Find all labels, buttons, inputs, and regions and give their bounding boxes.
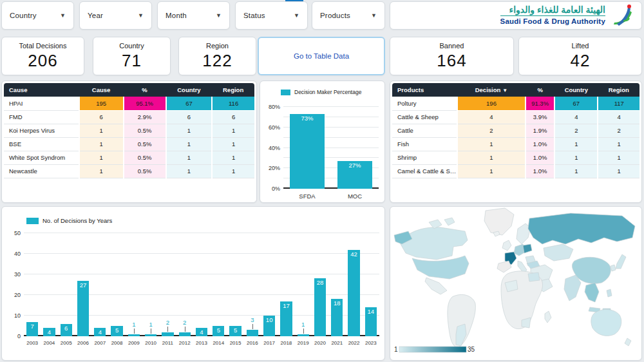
table-cell[interactable]: 1.0% [526, 151, 554, 164]
table-row[interactable]: Cattle & Sheep43.9%44 [392, 110, 639, 124]
table-cell[interactable]: 1.0% [526, 137, 554, 151]
table-cell[interactable]: Newcastle [4, 164, 79, 178]
table-row[interactable]: Poltury19691.3%67117 [392, 97, 639, 110]
filter-status[interactable]: Status ▼ [235, 1, 308, 30]
bar[interactable] [247, 330, 258, 336]
table-row[interactable]: Cattle21.9%22 [392, 124, 639, 137]
table-cell[interactable]: 0.5% [124, 124, 166, 137]
map-region-canada[interactable] [401, 227, 468, 260]
cause-table-header[interactable]: CauseCause%CountryRegion [4, 83, 254, 97]
table-cell[interactable]: 6 [166, 110, 213, 124]
table-cell[interactable]: 195 [79, 97, 124, 110]
bar[interactable]: 4 [43, 328, 55, 336]
table-cell[interactable]: BSE [4, 137, 79, 151]
bar[interactable]: 14 [365, 307, 377, 336]
table-cell[interactable]: 6 [212, 110, 254, 124]
table-cell[interactable]: 3.9% [526, 110, 554, 124]
map-region-argentina[interactable] [456, 324, 466, 346]
table-cell[interactable]: 4 [598, 110, 639, 124]
column-header[interactable]: Decision▼ [457, 83, 526, 97]
table-cell[interactable]: 91.3% [526, 97, 554, 110]
bar[interactable] [128, 334, 140, 336]
table-cell[interactable]: 1 [166, 137, 213, 151]
bar[interactable] [298, 334, 309, 336]
table-cell[interactable]: 4 [457, 110, 526, 124]
bar[interactable] [145, 334, 156, 336]
table-cell[interactable]: 1 [457, 164, 526, 178]
table-row[interactable]: Camel & Cattle & Sh...11.0%11 [392, 164, 639, 178]
map-region-japan[interactable] [616, 254, 626, 269]
map-region-greenland[interactable] [484, 208, 514, 235]
table-row[interactable]: BSE10.5%11 [4, 137, 254, 151]
table-cell[interactable]: 1 [212, 164, 254, 178]
table-cell[interactable]: 2 [554, 124, 598, 137]
table-cell[interactable]: 95.1% [124, 97, 166, 110]
table-cell[interactable]: Koi Herpes Virus [4, 124, 79, 137]
table-cell[interactable]: Camel & Cattle & Sh... [392, 164, 457, 178]
table-cell[interactable]: 1 [457, 137, 526, 151]
table-cell[interactable]: 1 [79, 151, 124, 164]
column-header[interactable]: Products [392, 83, 457, 97]
go-to-table-data-button[interactable]: Go to Table Data [258, 37, 385, 75]
table-cell[interactable]: 2 [457, 124, 526, 137]
bar[interactable]: 5 [229, 326, 241, 336]
table-cell[interactable]: 1 [79, 137, 124, 151]
table-row[interactable]: Fish11.0%11 [392, 137, 639, 151]
bar[interactable]: 5 [111, 326, 122, 336]
column-header[interactable]: Country [554, 83, 598, 97]
bar[interactable]: 18 [331, 299, 343, 336]
table-cell[interactable]: 1 [554, 164, 598, 178]
table-row[interactable]: Koi Herpes Virus10.5%11 [4, 124, 254, 137]
filter-month[interactable]: Month ▼ [157, 1, 230, 30]
bar[interactable]: 28 [314, 278, 326, 336]
table-cell[interactable]: FMD [4, 110, 79, 124]
filter-country[interactable]: Country ▼ [1, 1, 74, 30]
map-region-madagascar[interactable] [545, 311, 551, 323]
map-region-russia[interactable] [528, 213, 635, 244]
table-cell[interactable]: 1 [554, 151, 598, 164]
table-row[interactable]: Newcastle10.5%11 [4, 164, 254, 178]
map-region-new-zealand[interactable] [625, 338, 631, 346]
column-header[interactable]: Region [598, 83, 639, 97]
map-region-arctic-island[interactable] [444, 218, 455, 225]
table-cell[interactable]: 2.9% [124, 110, 166, 124]
map-region-australia[interactable] [591, 309, 621, 336]
table-cell[interactable]: 67 [554, 97, 598, 110]
map-region-philippines[interactable] [607, 289, 612, 297]
bar[interactable]: 4 [196, 328, 207, 336]
bar[interactable]: 7 [26, 322, 38, 336]
table-cell[interactable]: 1 [166, 164, 213, 178]
table-cell[interactable]: Cattle [392, 124, 457, 137]
table-row[interactable]: Shrimp11.0%11 [392, 151, 639, 164]
table-cell[interactable]: Cattle & Sheep [392, 110, 457, 124]
map-region-iberia[interactable] [497, 261, 511, 272]
table-cell[interactable]: 1 [166, 151, 213, 164]
bar[interactable]: 73% [290, 114, 324, 189]
table-row[interactable]: FMD62.9%66 [4, 110, 254, 124]
map-region-egypt[interactable] [528, 272, 540, 281]
table-cell[interactable]: 6 [79, 110, 124, 124]
bar[interactable] [162, 332, 173, 336]
map-region-uk[interactable] [502, 240, 511, 251]
filter-products[interactable]: Products ▼ [312, 1, 385, 30]
table-cell[interactable]: 0.5% [124, 151, 166, 164]
map-region-poland[interactable] [523, 244, 532, 253]
table-cell[interactable]: 1.0% [526, 164, 554, 178]
map-region-central-asia[interactable] [544, 244, 573, 261]
map-region-india[interactable] [564, 275, 581, 301]
table-cell[interactable]: 1 [554, 137, 598, 151]
table-cell[interactable]: 1 [79, 164, 124, 178]
map-region-usa[interactable] [412, 256, 469, 279]
map-region-mexico[interactable] [425, 278, 447, 294]
table-cell[interactable]: 1 [598, 164, 639, 178]
table-cell[interactable]: HPAI [4, 97, 79, 110]
table-cell[interactable]: 1 [166, 124, 213, 137]
bar[interactable]: 17 [280, 301, 292, 336]
table-cell[interactable]: 1.9% [526, 124, 554, 137]
table-cell[interactable]: White Spot Syndrom [4, 151, 79, 164]
column-header[interactable]: % [526, 83, 554, 97]
table-cell[interactable]: Shrimp [392, 151, 457, 164]
map-region-southeast-asia[interactable] [585, 283, 599, 302]
table-cell[interactable]: 1 [598, 151, 639, 164]
column-header[interactable]: Region [212, 83, 254, 97]
